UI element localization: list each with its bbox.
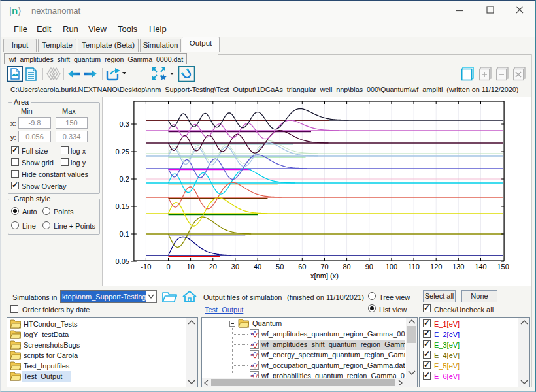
svg-text:100: 100: [386, 263, 397, 270]
svg-text:0.25: 0.25: [115, 148, 129, 155]
svg-text:150: 150: [497, 263, 509, 270]
svg-text:0.3: 0.3: [120, 120, 129, 128]
svg-text:90: 90: [365, 263, 373, 270]
svg-text:x[nm] (x): x[nm] (x): [310, 272, 339, 280]
svg-text:50: 50: [276, 263, 284, 270]
svg-text:80: 80: [343, 263, 350, 270]
svg-text:0.1: 0.1: [120, 230, 129, 238]
svg-text:0.15: 0.15: [115, 203, 129, 210]
svg-text:30: 30: [231, 263, 239, 270]
svg-text:10: 10: [186, 263, 194, 270]
svg-text:110: 110: [408, 263, 420, 270]
svg-text:20: 20: [209, 263, 217, 270]
svg-text:70: 70: [320, 263, 328, 270]
svg-text:60: 60: [298, 263, 306, 270]
svg-text:0.05: 0.05: [115, 257, 129, 265]
svg-text:-10: -10: [141, 263, 151, 270]
svg-text:130: 130: [452, 263, 464, 270]
svg-text:0: 0: [166, 263, 170, 270]
svg-text:40: 40: [254, 263, 261, 270]
svg-text:0.2: 0.2: [120, 175, 129, 183]
svg-text:140: 140: [475, 263, 486, 270]
svg-text:120: 120: [430, 263, 442, 270]
